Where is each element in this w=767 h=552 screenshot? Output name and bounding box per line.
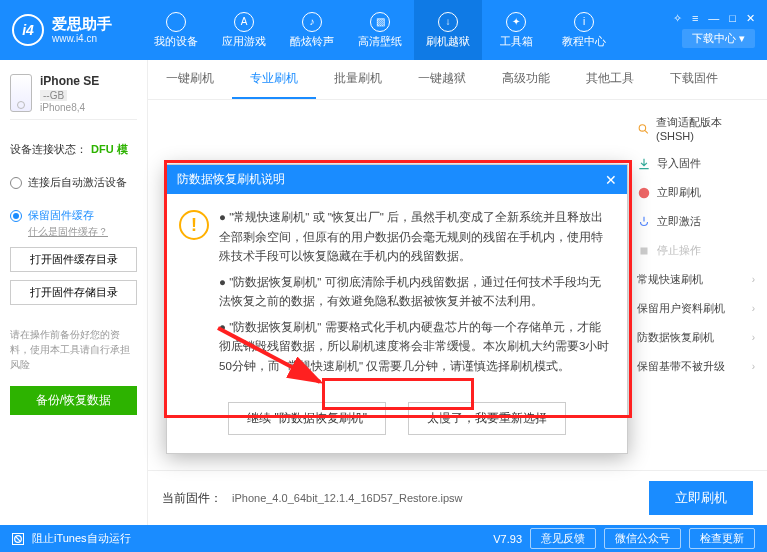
window-controls: ✧ ≡ — □ ✕ — [673, 12, 755, 25]
query-shsh-item[interactable]: 查询适配版本 (SHSH) — [633, 108, 759, 149]
activate-icon — [637, 215, 651, 229]
svg-rect-2 — [641, 247, 648, 254]
anti-recovery-flash-item[interactable]: 防数据恢复刷机› — [633, 323, 759, 352]
tab-other-tools[interactable]: 其他工具 — [568, 60, 652, 99]
close-button[interactable]: ✕ — [746, 12, 755, 25]
image-icon: ▧ — [370, 12, 390, 32]
version-label: V7.93 — [493, 533, 522, 545]
menu-button[interactable]: ≡ — [692, 12, 698, 25]
logo-icon: i4 — [12, 14, 44, 46]
tab-batch-flash[interactable]: 批量刷机 — [316, 60, 400, 99]
check-update-button[interactable]: 检查更新 — [689, 528, 755, 549]
flash-now-button[interactable]: 立即刷机 — [649, 481, 753, 515]
minimize-button[interactable]: — — [708, 12, 719, 25]
dialog-text: ● "常规快速刷机" 或 "恢复出厂" 后，虽然手机变成了全新系统并且释放出全部… — [219, 208, 611, 382]
right-action-list: 查询适配版本 (SHSH) 导入固件 立即刷机 立即激活 停止操作 常规快速刷机… — [633, 108, 759, 381]
device-block: iPhone SE --GB iPhone8,4 — [10, 68, 137, 120]
nav-flash-jailbreak[interactable]: ↓刷机越狱 — [414, 0, 482, 60]
svg-point-0 — [639, 124, 645, 130]
keep-baseband-item[interactable]: 保留基带不被升级› — [633, 352, 759, 381]
block-itunes-label: 阻止iTunes自动运行 — [32, 531, 131, 546]
import-fw-item[interactable]: 导入固件 — [633, 149, 759, 178]
statusbar: 阻止iTunes自动运行 V7.93 意见反馈 微信公众号 检查更新 — [0, 525, 767, 552]
import-icon — [637, 157, 651, 171]
tab-oneclick-flash[interactable]: 一键刷机 — [148, 60, 232, 99]
subtabs: 一键刷机 专业刷机 批量刷机 一键越狱 高级功能 其他工具 下载固件 — [148, 60, 767, 100]
sidebar-note: 请在操作前备份好您的资料，使用本工具请自行承担风险 — [10, 327, 137, 372]
backup-restore-button[interactable]: 备份/恢复数据 — [10, 386, 137, 415]
music-icon: ♪ — [302, 12, 322, 32]
tab-download-fw[interactable]: 下载固件 — [652, 60, 736, 99]
chevron-right-icon: › — [752, 303, 755, 314]
device-capacity: --GB — [40, 90, 67, 101]
wechat-button[interactable]: 微信公众号 — [604, 528, 681, 549]
nav-tutorials[interactable]: i教程中心 — [550, 0, 618, 60]
device-model: iPhone8,4 — [40, 102, 99, 113]
block-itunes-checkbox[interactable] — [12, 533, 24, 545]
nav-wallpapers[interactable]: ▧高清壁纸 — [346, 0, 414, 60]
warning-icon: ! — [179, 210, 209, 240]
firmware-footer: 当前固件： iPhone_4.0_64bit_12.1.4_16D57_Rest… — [148, 470, 767, 525]
chevron-right-icon: › — [752, 274, 755, 285]
feedback-button[interactable]: 意见反馈 — [530, 528, 596, 549]
keep-data-flash-item[interactable]: 保留用户资料刷机› — [633, 294, 759, 323]
titlebar: i4 爱思助手 www.i4.cn 我的设备 A应用游戏 ♪酷炫铃声 ▧高清壁纸… — [0, 0, 767, 60]
fw-path: iPhone_4.0_64bit_12.1.4_16D57_Restore.ip… — [232, 492, 463, 504]
app-url: www.i4.cn — [52, 33, 112, 44]
keep-firmware-radio[interactable]: 保留固件缓存 — [10, 208, 137, 223]
stop-icon — [637, 244, 651, 258]
auto-activate-radio[interactable]: 连接后自动激活设备 — [10, 175, 137, 190]
open-store-dir-button[interactable]: 打开固件存储目录 — [10, 280, 137, 305]
open-cache-dir-button[interactable]: 打开固件缓存目录 — [10, 247, 137, 272]
continue-button[interactable]: 继续 "防数据恢复刷机" — [228, 402, 386, 435]
theme-button[interactable]: ✧ — [673, 12, 682, 25]
phone-icon — [10, 74, 32, 112]
dialog-title: 防数据恢复刷机说明 — [177, 171, 285, 188]
flash-now-item[interactable]: 立即刷机 — [633, 178, 759, 207]
stop-item: 停止操作 — [633, 236, 759, 265]
maximize-button[interactable]: □ — [729, 12, 736, 25]
tab-oneclick-jailbreak[interactable]: 一键越狱 — [400, 60, 484, 99]
apps-icon: A — [234, 12, 254, 32]
top-nav: 我的设备 A应用游戏 ♪酷炫铃声 ▧高清壁纸 ↓刷机越狱 ✦工具箱 i教程中心 — [142, 0, 618, 60]
normal-flash-item[interactable]: 常规快速刷机› — [633, 265, 759, 294]
app-title: 爱思助手 — [52, 16, 112, 33]
anti-recovery-dialog: 防数据恢复刷机说明 ✕ ! ● "常规快速刷机" 或 "恢复出厂" 后，虽然手机… — [166, 164, 628, 454]
dialog-close-button[interactable]: ✕ — [605, 172, 617, 188]
nav-ringtones[interactable]: ♪酷炫铃声 — [278, 0, 346, 60]
reselect-button[interactable]: 太慢了，我要重新选择 — [408, 402, 566, 435]
info-icon: i — [574, 12, 594, 32]
flash-icon: ↓ — [438, 12, 458, 32]
fw-label: 当前固件： — [162, 490, 222, 507]
search-icon — [637, 122, 650, 136]
dialog-header: 防数据恢复刷机说明 ✕ — [167, 165, 627, 194]
nav-apps[interactable]: A应用游戏 — [210, 0, 278, 60]
nav-my-device[interactable]: 我的设备 — [142, 0, 210, 60]
tab-advanced[interactable]: 高级功能 — [484, 60, 568, 99]
tab-pro-flash[interactable]: 专业刷机 — [232, 60, 316, 99]
download-center-button[interactable]: 下载中心 ▾ — [682, 29, 755, 48]
what-is-cache-link[interactable]: 什么是固件缓存？ — [28, 225, 137, 239]
dfu-label: DFU 模 — [91, 142, 128, 157]
app-logo: i4 爱思助手 www.i4.cn — [12, 14, 142, 46]
sidebar: iPhone SE --GB iPhone8,4 设备连接状态： DFU 模 连… — [0, 60, 148, 525]
device-name: iPhone SE — [40, 74, 99, 88]
nav-toolbox[interactable]: ✦工具箱 — [482, 0, 550, 60]
svg-point-1 — [639, 187, 650, 198]
connection-status: 设备连接状态： DFU 模 — [10, 142, 137, 157]
flash-icon — [637, 186, 651, 200]
activate-now-item[interactable]: 立即激活 — [633, 207, 759, 236]
chevron-right-icon: › — [752, 332, 755, 343]
wrench-icon: ✦ — [506, 12, 526, 32]
apple-icon — [166, 12, 186, 32]
chevron-right-icon: › — [752, 361, 755, 372]
